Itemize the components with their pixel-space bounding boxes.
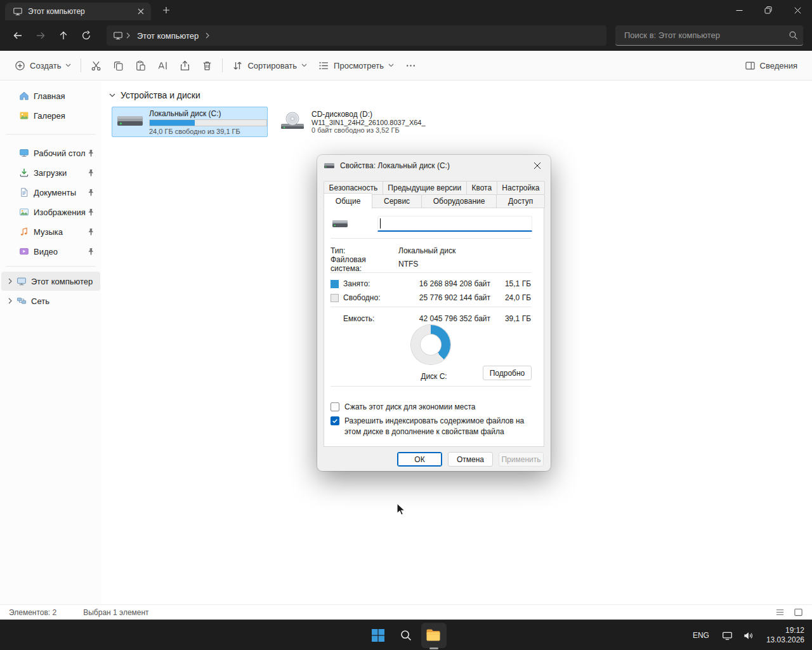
drive-usage-fill [150, 120, 195, 126]
sidebar-item-downloads[interactable]: Загрузки [1, 163, 100, 182]
sidebar-item-music[interactable]: Музыка [1, 222, 100, 241]
copy-button[interactable] [107, 55, 129, 76]
tab-previous-versions[interactable]: Предыдущие версии [383, 181, 467, 194]
view-label: Просмотреть [334, 61, 384, 70]
sidebar-item-documents[interactable]: Документы [1, 183, 100, 202]
sidebar-item-this-pc[interactable]: Этот компьютер [1, 272, 100, 291]
delete-button[interactable] [196, 55, 218, 76]
volume-icon[interactable] [739, 630, 757, 641]
close-button[interactable] [783, 0, 812, 20]
forward-button[interactable] [29, 24, 52, 47]
chevron-down-icon[interactable] [109, 93, 115, 98]
taskbar-clock[interactable]: 19:12 13.03.2026 [760, 626, 804, 645]
network-icon [16, 296, 27, 306]
tab-sharing[interactable]: Доступ [496, 194, 545, 208]
details-pane-button[interactable]: Сведения [739, 55, 803, 76]
ellipsis-icon [405, 60, 416, 71]
sidebar-item-home[interactable]: Главная [1, 86, 100, 105]
address-bar[interactable]: Этот компьютер [107, 25, 606, 46]
sidebar-divider [6, 266, 95, 267]
more-options-button[interactable] [400, 55, 422, 76]
chevron-right-icon[interactable] [5, 278, 15, 284]
explorer-tab[interactable]: Этот компьютер [5, 3, 151, 20]
home-icon [19, 91, 29, 101]
tab-close-icon[interactable] [134, 5, 147, 18]
section-title: Устройства и диски [121, 90, 200, 100]
new-button[interactable]: Создать [9, 55, 77, 76]
chevron-right-icon[interactable] [205, 32, 210, 39]
cancel-button[interactable]: Отмена [448, 452, 493, 467]
view-button[interactable]: Просмотреть [313, 55, 400, 76]
details-button[interactable]: Подробно [483, 366, 532, 380]
sidebar-item-network[interactable]: Сеть [1, 291, 100, 310]
refresh-button[interactable] [75, 24, 98, 47]
index-checkbox[interactable] [331, 416, 339, 425]
ok-button[interactable]: ОК [397, 452, 442, 467]
up-button[interactable] [52, 24, 75, 47]
back-button[interactable] [6, 24, 29, 47]
drive-tile-d[interactable]: CD-дисковод (D:) W11_3IN1_24H2_26100.803… [274, 107, 430, 137]
breadcrumb[interactable]: Этот компьютер [133, 31, 202, 41]
hard-drive-icon [332, 218, 348, 230]
tab-general[interactable]: Общие [324, 193, 372, 209]
volume-label-input[interactable] [378, 216, 532, 230]
type-value: Локальный диск [398, 246, 455, 255]
tab-customize[interactable]: Настройка [497, 181, 545, 194]
paste-button[interactable] [129, 55, 152, 76]
drive-tile-c[interactable]: Локальный диск (C:) 24,0 ГБ свободно из … [112, 107, 268, 137]
large-icons-view-icon[interactable] [794, 607, 803, 617]
filesystem-label: Файловая система: [331, 255, 398, 273]
share-button[interactable] [174, 55, 196, 76]
hard-drive-icon [116, 112, 144, 132]
minimize-button[interactable] [724, 0, 754, 20]
chevron-right-icon[interactable] [5, 298, 15, 304]
taskbar-search-button[interactable] [393, 623, 419, 648]
search-icon[interactable] [789, 30, 798, 40]
cd-drive-icon [278, 111, 306, 133]
dialog-close-button[interactable] [524, 155, 551, 176]
apply-button[interactable]: Применить [499, 452, 544, 467]
tab-hardware[interactable]: Оборудование [421, 194, 497, 208]
chevron-down-icon [388, 63, 394, 67]
tab-tools[interactable]: Сервис [372, 194, 422, 208]
network-icon[interactable] [718, 630, 737, 641]
drive-usage-bar [149, 119, 267, 126]
sidebar-item-label: Рабочий стол [34, 149, 88, 158]
language-indicator[interactable]: ENG [686, 631, 716, 640]
cut-icon [91, 60, 102, 71]
sidebar-item-desktop[interactable]: Рабочий стол [1, 143, 100, 162]
restore-button[interactable] [754, 0, 783, 20]
compress-checkbox[interactable] [331, 402, 339, 411]
tab-security[interactable]: Безопасность [324, 181, 383, 194]
search-box[interactable] [615, 25, 803, 46]
sidebar-item-pictures[interactable]: Изображения [1, 202, 100, 222]
capacity-label: Емкость: [343, 314, 407, 323]
selected-count: Выбран 1 элемент [83, 608, 148, 617]
window-controls [724, 0, 812, 20]
new-tab-button[interactable] [157, 1, 175, 19]
taskbar-explorer-button[interactable] [421, 623, 447, 648]
cut-button[interactable] [85, 55, 107, 76]
start-button[interactable] [365, 623, 391, 648]
desktop: Этот компьютер [0, 0, 812, 650]
rename-icon [157, 60, 168, 71]
section-header-devices[interactable]: Устройства и диски [109, 89, 812, 102]
tab-quota[interactable]: Квота [466, 181, 497, 194]
sidebar-item-label: Документы [34, 188, 88, 197]
divider [331, 238, 531, 239]
sidebar-item-gallery[interactable]: Галерея [1, 106, 100, 125]
rename-button[interactable] [152, 55, 174, 76]
sidebar-item-label: Галерея [34, 111, 100, 121]
sort-button[interactable]: Сортировать [226, 55, 313, 76]
volume-label-field[interactable] [377, 216, 532, 232]
index-checkbox-row[interactable]: Разрешить индексировать содержимое файло… [331, 416, 535, 437]
paste-icon [135, 60, 146, 71]
details-view-icon[interactable] [775, 607, 785, 617]
search-input[interactable] [623, 30, 789, 41]
free-size: 24,0 ГБ [490, 293, 531, 302]
capacity-bytes: 42 045 796 352 байт [407, 314, 490, 323]
sidebar-item-label: Видео [34, 247, 88, 256]
compress-checkbox-row[interactable]: Сжать этот диск для экономии места [331, 402, 535, 413]
sidebar-item-videos[interactable]: Видео [1, 242, 100, 261]
free-label: Свободно: [343, 293, 407, 302]
